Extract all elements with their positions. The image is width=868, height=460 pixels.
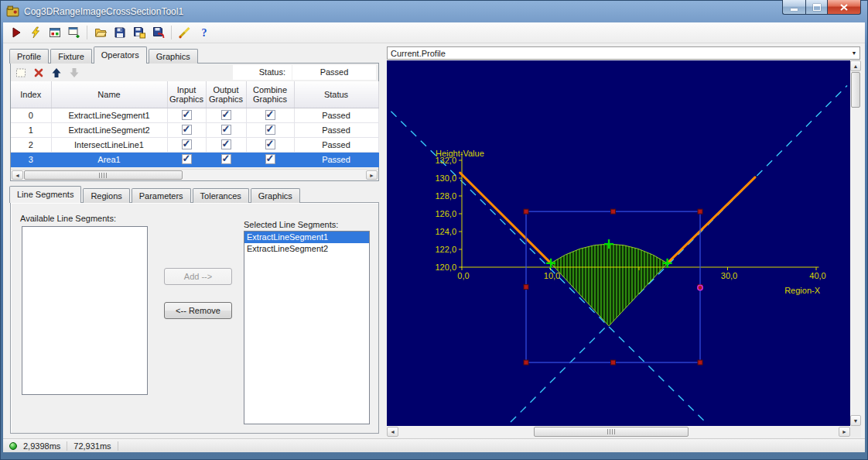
tab-parameters[interactable]: Parameters: [132, 188, 191, 203]
column-header-output[interactable]: Output Graphics: [206, 81, 246, 108]
checkbox-output-graphics[interactable]: [221, 125, 231, 135]
save-image-icon: [133, 26, 145, 39]
checkbox-combine-graphics[interactable]: [265, 125, 275, 135]
checkbox-combine-graphics[interactable]: [265, 154, 275, 164]
tab-graphics[interactable]: Graphics: [149, 49, 198, 64]
hscroll-thumb[interactable]: [24, 170, 183, 180]
tool-display-button[interactable]: [46, 24, 63, 41]
cell-index: 0: [11, 108, 51, 122]
selected-segments-label: Selected Line Segments:: [244, 220, 338, 229]
run-status-led: [9, 442, 17, 450]
cell-status: Passed: [294, 152, 378, 166]
open-button[interactable]: [91, 24, 109, 41]
checkbox-combine-graphics[interactable]: [265, 110, 275, 120]
cell-status: Passed: [294, 108, 378, 122]
electrode-button[interactable]: [26, 24, 44, 41]
tab-operators[interactable]: Operators: [94, 46, 147, 64]
grip-icon: [607, 429, 616, 434]
new-operator-button[interactable]: [13, 65, 29, 81]
save-image-button[interactable]: [130, 24, 148, 41]
checkbox-output-graphics[interactable]: [221, 139, 231, 149]
available-segments-list[interactable]: [22, 226, 148, 395]
selected-segments-list[interactable]: ExtractLineSegment1ExtractLineSegment2: [244, 231, 370, 424]
save-button[interactable]: [111, 24, 128, 41]
add-button[interactable]: Add -->: [164, 268, 232, 285]
profile-graph-button[interactable]: [176, 24, 193, 41]
operators-table: IndexNameInput GraphicsOutput GraphicsCo…: [11, 81, 379, 167]
column-header-status[interactable]: Status: [294, 81, 378, 108]
minimize-button[interactable]: [782, 0, 805, 15]
plot-vertical-scrollbar[interactable]: ▲ ▼: [850, 60, 861, 426]
checkbox-input-graphics[interactable]: [182, 110, 192, 120]
column-header-input[interactable]: Input Graphics: [167, 81, 206, 108]
tool-display-icon: [49, 26, 61, 39]
run-button[interactable]: [7, 24, 25, 41]
operator-row-extractlinesegment1[interactable]: 0ExtractLineSegment1Passed: [11, 108, 378, 122]
checkbox-input-graphics[interactable]: [182, 125, 192, 135]
record-selector[interactable]: Current.Profile ▼: [387, 46, 860, 60]
cell-input-graphics: [167, 152, 206, 166]
checkbox-input-graphics[interactable]: [182, 139, 192, 149]
scroll-left-button[interactable]: ◄: [387, 427, 398, 437]
tab-regions[interactable]: Regions: [83, 188, 129, 203]
tab-fixture[interactable]: Fixture: [50, 49, 92, 64]
operator-row-intersectlineline1[interactable]: 2IntersectLineLine1Passed: [11, 137, 378, 152]
cell-name: IntersectLineLine1: [51, 137, 167, 152]
scroll-right-button[interactable]: ►: [839, 427, 850, 437]
close-button[interactable]: [827, 0, 861, 15]
tab-tolerances[interactable]: Tolerances: [193, 188, 249, 203]
line-segments-page: Available Line Segments: Add --> <-- Rem…: [10, 202, 379, 434]
minimize-icon: [791, 9, 798, 11]
move-up-button[interactable]: [49, 65, 64, 81]
scroll-up-button[interactable]: ▲: [850, 60, 861, 71]
plot-horizontal-scrollbar[interactable]: ◄ ►: [387, 426, 850, 438]
operators-hscrollbar[interactable]: ◄ ►: [11, 169, 378, 180]
delete-icon: [32, 67, 45, 79]
maximize-button[interactable]: [805, 0, 827, 15]
operator-row-extractlinesegment2[interactable]: 1ExtractLineSegment2Passed: [11, 122, 378, 137]
checkbox-input-graphics[interactable]: [182, 154, 192, 164]
tab-graphics[interactable]: Graphics: [251, 188, 300, 203]
cell-output-graphics: [206, 137, 246, 152]
scrollbar-corner: [850, 426, 861, 438]
tab-profile[interactable]: Profile: [9, 49, 49, 64]
save-icon: [114, 26, 126, 39]
open-icon: [94, 26, 107, 39]
app-icon-glyph: [6, 5, 19, 18]
operator-row-area1[interactable]: 3Area1Passed: [11, 152, 378, 166]
cell-status: Passed: [294, 137, 378, 152]
checkbox-output-graphics[interactable]: [221, 110, 231, 120]
checkbox-combine-graphics[interactable]: [265, 139, 275, 149]
scroll-down-button[interactable]: ▼: [850, 415, 861, 426]
cell-index: 2: [11, 137, 51, 152]
revert-button[interactable]: [149, 24, 167, 41]
svg-text:120,0: 120,0: [435, 263, 456, 272]
hscroll-thumb[interactable]: [534, 427, 689, 437]
checkbox-output-graphics[interactable]: [221, 154, 231, 164]
cell-input-graphics: [167, 122, 206, 137]
cell-output-graphics: [206, 108, 246, 122]
scroll-left-button[interactable]: ◄: [12, 170, 23, 180]
list-item-extractlinesegment1[interactable]: ExtractLineSegment1: [244, 232, 369, 243]
titlebar[interactable]: Cog3DRangeImageCrossSectionTool1: [3, 0, 865, 22]
remove-button[interactable]: <-- Remove: [164, 302, 232, 319]
move-down-button[interactable]: [67, 65, 82, 81]
record-selector-value: Current.Profile: [391, 49, 446, 58]
copy-tool-button[interactable]: [65, 24, 83, 41]
list-item-extractlinesegment2[interactable]: ExtractLineSegment2: [244, 243, 369, 255]
svg-text:Region-X: Region-X: [784, 286, 821, 295]
chevron-down-icon[interactable]: ▼: [849, 50, 859, 56]
column-header-combine[interactable]: Combine Graphics: [246, 81, 294, 108]
column-header-index[interactable]: Index: [11, 81, 51, 108]
caption-buttons: [782, 0, 861, 15]
tab-line-segments[interactable]: Line Segments: [9, 186, 81, 203]
help-button[interactable]: ?: [195, 24, 213, 41]
close-icon: [840, 4, 848, 11]
tool-tabstrip: ProfileFixtureOperatorsGraphics: [9, 46, 200, 64]
vscroll-thumb[interactable]: [851, 72, 860, 108]
column-header-name[interactable]: Name: [51, 81, 167, 108]
delete-operator-button[interactable]: [31, 65, 46, 81]
profile-plot[interactable]: 0,010,020,030,040,0132,0130,0128,0126,01…: [387, 60, 850, 426]
scroll-right-button[interactable]: ►: [366, 170, 378, 180]
electrode-icon: [29, 26, 42, 39]
